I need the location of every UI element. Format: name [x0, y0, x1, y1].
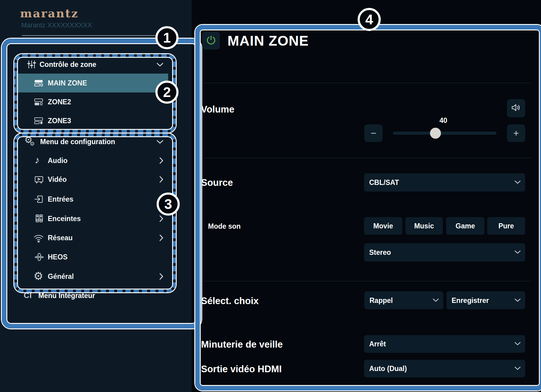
sound-mode-selected-value: Stereo — [369, 248, 391, 257]
network-wifi-icon — [33, 233, 44, 243]
main-zone-title: MAIN ZONE — [227, 33, 309, 49]
chevron-right-icon[interactable] — [159, 273, 163, 281]
chevron-down-icon — [515, 341, 521, 347]
quick-select-recall-dropdown[interactable]: Rappel — [364, 291, 443, 309]
sidebar-item-general[interactable]: Général — [48, 272, 74, 281]
source-selected-value: CBL/SAT — [369, 179, 399, 187]
sleep-timer-dropdown[interactable]: Arrêt — [364, 335, 525, 353]
divider — [202, 281, 531, 281]
sidebar-item-audio[interactable]: Audio — [48, 157, 68, 165]
hdmi-output-selected-value: Auto (Dual) — [369, 365, 407, 373]
power-icon — [206, 35, 216, 47]
sleep-timer-selected-value: Arrêt — [369, 340, 386, 348]
zone-menu-title[interactable]: Contrôle de zone — [40, 61, 96, 69]
volume-value: 40 — [425, 116, 462, 125]
sound-mode-movie-button[interactable]: Movie — [364, 217, 402, 235]
power-button[interactable] — [202, 32, 220, 50]
marantz-web-control-screen: marantz Marantz XXXXXXXXXX Contrôle de z… — [0, 0, 541, 392]
divider — [202, 83, 531, 83]
main-zone-icon — [34, 78, 43, 88]
speakers-icon — [35, 214, 44, 223]
quick-select-save-dropdown[interactable]: Enregistrer — [446, 291, 525, 309]
sidebar-item-integrator-menu[interactable]: Menu Intégrateur — [38, 292, 95, 300]
save-value: Enregistrer — [452, 296, 489, 304]
chevron-right-icon[interactable] — [159, 157, 163, 165]
sidebar-item-network[interactable]: Réseau — [48, 234, 73, 242]
hdmi-output-label: Sortie vidéo HDMI — [201, 364, 282, 375]
chevron-right-icon[interactable] — [159, 176, 163, 184]
source-dropdown[interactable]: CBL/SAT — [364, 173, 525, 192]
sound-mode-music-button[interactable]: Music — [405, 217, 443, 235]
chevron-right-icon[interactable] — [159, 196, 163, 204]
zone-control-sliders-icon — [27, 60, 36, 69]
divider — [202, 158, 531, 158]
model-name-text: Marantz XXXXXXXXXX — [21, 21, 92, 29]
sidebar-item-zone3[interactable]: ZONE3 — [48, 117, 71, 125]
volume-label: Volume — [201, 104, 234, 115]
volume-slider-track[interactable] — [393, 132, 497, 135]
volume-slider-handle[interactable] — [430, 128, 441, 139]
sidebar-item-inputs[interactable]: Entrées — [48, 195, 73, 203]
marantz-logo: marantz — [20, 7, 79, 20]
chevron-down-icon — [515, 250, 521, 255]
volume-up-button[interactable]: + — [507, 124, 525, 142]
minus-icon: − — [371, 128, 376, 138]
chevron-down-icon — [515, 366, 521, 371]
sleep-timer-label: Minuterie de veille — [201, 339, 283, 350]
sidebar-item-heos[interactable]: HEOS — [48, 253, 68, 261]
general-gear-icon: ⚙ — [33, 271, 43, 282]
hdmi-output-dropdown[interactable]: Auto (Dual) — [364, 360, 525, 377]
zone3-icon — [34, 116, 43, 125]
sidebar-item-main-zone[interactable]: MAIN ZONE — [48, 79, 87, 87]
chevron-down-icon — [515, 180, 521, 185]
chevron-down-icon — [515, 298, 521, 303]
sound-mode-label: Mode son — [208, 222, 241, 231]
chevron-down-icon[interactable] — [157, 140, 163, 145]
callout-number-4: 4 — [358, 8, 381, 31]
audio-note-icon: ♪ — [35, 155, 40, 165]
zone2-icon — [34, 97, 43, 106]
chevron-right-icon[interactable] — [159, 215, 163, 223]
sound-mode-game-button[interactable]: Game — [446, 217, 484, 235]
chevron-down-icon[interactable] — [157, 62, 163, 68]
chevron-right-icon[interactable] — [159, 234, 163, 242]
plus-icon: + — [513, 128, 519, 138]
sidebar-item-zone2[interactable]: ZONE2 — [48, 98, 71, 106]
chevron-down-icon — [433, 298, 439, 303]
sound-mode-pure-button[interactable]: Pure — [487, 217, 525, 235]
recall-value: Rappel — [369, 296, 393, 304]
video-tv-icon — [34, 175, 44, 184]
source-label: Source — [201, 177, 233, 188]
speaker-icon — [511, 103, 521, 113]
sidebar-divider — [22, 35, 165, 36]
quick-select-label: Sélect. choix — [201, 296, 259, 307]
config-menu-title[interactable]: Menu de configuration — [40, 138, 115, 146]
volume-down-button[interactable]: − — [364, 124, 383, 142]
config-gears-icon: ⚙⚙ — [24, 135, 37, 144]
mute-button[interactable] — [507, 99, 525, 117]
sidebar-item-video[interactable]: Vidéo — [48, 175, 67, 184]
heos-icon — [34, 252, 44, 262]
inputs-icon — [34, 194, 44, 204]
sound-mode-dropdown[interactable]: Stereo — [364, 243, 525, 262]
sidebar-item-speakers[interactable]: Enceintes — [48, 215, 81, 223]
ci-icon: CI — [24, 291, 32, 300]
